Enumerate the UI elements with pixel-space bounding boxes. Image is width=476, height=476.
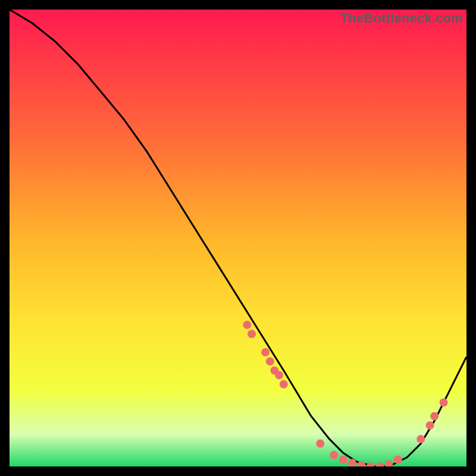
data-marker xyxy=(275,371,283,379)
data-marker xyxy=(339,456,347,464)
data-marker xyxy=(430,412,439,421)
data-marker xyxy=(440,399,448,407)
data-marker xyxy=(243,321,251,329)
data-marker xyxy=(416,435,425,443)
data-marker xyxy=(316,440,324,448)
data-marker xyxy=(280,380,288,389)
data-marker xyxy=(330,451,338,459)
gradient-background xyxy=(10,10,466,466)
data-marker xyxy=(394,456,402,464)
data-marker xyxy=(261,348,270,356)
watermark-text: TheBottleneck.com xyxy=(340,11,463,26)
data-marker xyxy=(266,357,274,365)
data-marker xyxy=(248,330,256,338)
chart-frame: TheBottleneck.com xyxy=(10,10,466,466)
data-marker xyxy=(426,421,434,430)
chart-svg xyxy=(10,10,466,466)
